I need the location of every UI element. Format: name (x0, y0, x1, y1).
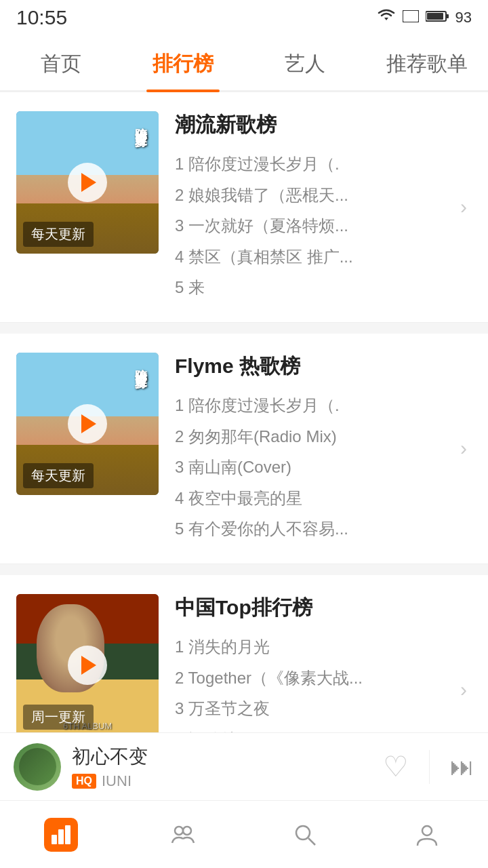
svg-rect-4 (52, 835, 57, 844)
svg-rect-0 (403, 10, 419, 22)
play-button-1[interactable] (68, 163, 107, 202)
chevron-3[interactable]: › (455, 676, 472, 703)
track-3-1: 1 消失的月光 (175, 631, 419, 663)
svg-point-8 (183, 827, 191, 835)
now-playing-bar: 初心不变 HQ IUNI ♡ ⏭ (0, 732, 488, 800)
chart-title-3: 中国Top排行榜 (175, 594, 472, 622)
svg-point-11 (422, 826, 432, 835)
nav-item-social[interactable] (142, 818, 224, 852)
now-playing-title: 初心不变 (72, 744, 372, 770)
track-1-3: 3 一次就好（夏洛特烦... (175, 210, 419, 241)
cover-text-1: 陪你漫度过岁月 (133, 118, 148, 127)
chart-trending: 陪你漫度过岁月 每天更新 潮流新歌榜 1 陪你度过漫长岁月（. 2 娘娘我错了（… (0, 92, 488, 323)
search-icon (288, 818, 322, 852)
chart-cover-flyme[interactable]: 陪你漫度过岁月 每天更新 (16, 353, 159, 495)
svg-point-7 (175, 827, 183, 835)
tab-charts[interactable]: 排行榜 (122, 35, 244, 90)
track-2-4: 4 夜空中最亮的星 (175, 483, 419, 514)
people-icon (166, 818, 200, 852)
tab-home[interactable]: 首页 (0, 35, 122, 90)
nav-item-search[interactable] (264, 818, 346, 852)
chart-info-trending: 潮流新歌榜 1 陪你度过漫长岁月（. 2 娘娘我错了（恶棍天... 3 一次就好… (175, 111, 472, 303)
wifi-icon (377, 8, 396, 27)
tab-artists[interactable]: 艺人 (244, 35, 366, 90)
track-2-1: 1 陪你度过漫长岁月（. (175, 390, 419, 421)
nav-item-profile[interactable] (386, 818, 468, 852)
update-badge-1: 每天更新 (23, 222, 94, 247)
person-icon (410, 818, 444, 852)
chevron-1[interactable]: › (455, 193, 472, 220)
now-playing-info: 初心不变 HQ IUNI (72, 744, 372, 790)
svg-point-9 (296, 826, 310, 840)
controls-divider (429, 750, 430, 784)
tab-playlists[interactable]: 推荐歌单 (366, 35, 488, 90)
cover-text-2: 陪你漫度过岁月 (133, 359, 148, 369)
svg-line-10 (308, 838, 315, 845)
track-1-4: 4 禁区（真相禁区 推广... (175, 241, 419, 273)
chart-cover-trending[interactable]: 陪你漫度过岁月 每天更新 (16, 111, 159, 254)
now-playing-cover[interactable] (14, 743, 61, 791)
window-icon (403, 9, 419, 26)
chart-info-flyme: Flyme 热歌榜 1 陪你度过漫长岁月（. 2 匆匆那年(Radio Mix)… (175, 353, 472, 545)
track-2-2: 2 匆匆那年(Radio Mix) (175, 421, 419, 452)
svg-rect-6 (65, 825, 70, 844)
track-list-2: 1 陪你度过漫长岁月（. 2 匆匆那年(Radio Mix) 3 南山南(Cov… (175, 390, 472, 545)
track-1-5: 5 来 (175, 272, 419, 303)
chart-title-2: Flyme 热歌榜 (175, 353, 472, 380)
svg-rect-2 (446, 14, 449, 18)
cover-art (19, 748, 56, 785)
status-bar: 10:55 93 (0, 0, 488, 35)
chevron-2[interactable]: › (455, 435, 472, 462)
battery-icon (426, 9, 449, 26)
track-3-2: 2 Together（《像素大战... (175, 663, 419, 694)
skip-forward-button[interactable]: ⏭ (450, 753, 474, 781)
svg-rect-3 (427, 13, 443, 20)
now-playing-artist: IUNI (102, 772, 131, 790)
track-list-1: 1 陪你度过漫长岁月（. 2 娘娘我错了（恶棍天... 3 一次就好（夏洛特烦.… (175, 149, 472, 303)
hq-badge: HQ (72, 774, 96, 789)
tab-bar: 首页 排行榜 艺人 推荐歌单 (0, 35, 488, 92)
chart-title-1: 潮流新歌榜 (175, 111, 472, 139)
now-playing-controls: ♡ ⏭ (383, 750, 474, 784)
bottom-nav (0, 800, 488, 868)
chart-cover-china-top[interactable]: 6TH ALBUM 周一更新 (16, 594, 159, 736)
track-2-3: 3 南山南(Cover) (175, 452, 419, 483)
update-badge-2: 每天更新 (23, 463, 94, 488)
track-1-2: 2 娘娘我错了（恶棍天... (175, 180, 419, 211)
track-1-1: 1 陪你度过漫长岁月（. (175, 149, 419, 180)
battery-level: 93 (455, 9, 472, 26)
bar-chart-icon (44, 818, 78, 852)
now-playing-meta: HQ IUNI (72, 772, 372, 790)
svg-rect-5 (58, 829, 64, 844)
play-button-3[interactable] (68, 646, 107, 685)
heart-button[interactable]: ♡ (383, 750, 409, 783)
nav-item-charts[interactable] (20, 818, 102, 852)
track-2-5: 5 有个爱你的人不容易... (175, 513, 419, 545)
status-icons: 93 (377, 8, 472, 27)
status-time: 10:55 (16, 6, 67, 29)
update-badge-3: 周一更新 (23, 705, 94, 730)
play-button-2[interactable] (68, 404, 107, 443)
chart-flyme: 陪你漫度过岁月 每天更新 Flyme 热歌榜 1 陪你度过漫长岁月（. 2 匆匆… (0, 334, 488, 564)
track-3-3: 3 万圣节之夜 (175, 693, 419, 724)
